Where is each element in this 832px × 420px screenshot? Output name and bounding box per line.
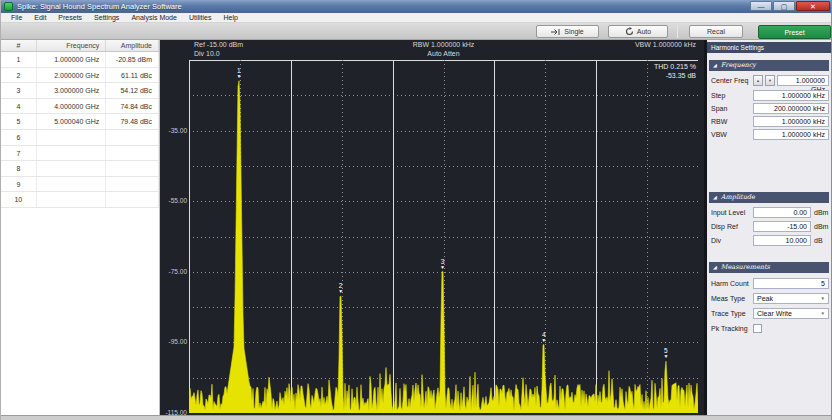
cell-frequency: 1.000000 GHz: [37, 52, 107, 67]
table-row[interactable]: 33.000000 GHz54.12 dBc: [1, 83, 159, 99]
meas-type-select[interactable]: Peak ▼: [753, 293, 829, 304]
preset-label: Preset: [784, 27, 804, 38]
center-freq-input[interactable]: 1.000000 GHz: [777, 75, 829, 86]
status-bar: [1, 415, 832, 420]
y-axis-label: -75.00: [160, 268, 187, 275]
minimize-button[interactable]: —: [750, 1, 772, 11]
table-row[interactable]: 55.000040 GHz79.48 dBc: [1, 114, 159, 130]
table-row[interactable]: 7: [1, 146, 159, 162]
amplitude-section-header[interactable]: ◢Amplitude: [709, 192, 829, 203]
y-axis-label: -35.00: [160, 127, 187, 134]
frequency-section-header[interactable]: ◢Frequency: [709, 60, 829, 71]
cell-num: 5: [1, 114, 37, 129]
cell-num: 3: [1, 83, 37, 98]
spectrum-trace: [189, 81, 698, 413]
marker-2[interactable]: 2▼: [334, 282, 348, 294]
disp-ref-label: Disp Ref: [711, 223, 751, 230]
table-row[interactable]: 6: [1, 130, 159, 146]
table-row[interactable]: 10: [1, 192, 159, 208]
marker-3[interactable]: 3▼: [435, 258, 449, 270]
cell-amplitude: [106, 192, 159, 207]
cell-num: 10: [1, 192, 37, 207]
recal-button[interactable]: Recal: [689, 25, 743, 38]
marker-4[interactable]: 4▼: [537, 331, 551, 343]
table-row[interactable]: 9: [1, 177, 159, 193]
menu-item-file[interactable]: File: [5, 13, 28, 23]
spinner-down-button[interactable]: ▼: [765, 75, 775, 86]
close-button[interactable]: ✕: [796, 1, 830, 11]
cell-num: 7: [1, 146, 37, 161]
graticule[interactable]: 1▼2▼3▼4▼5▼: [189, 60, 698, 413]
app-window: Spike: Signal Hound Spectrum Analyzer So…: [0, 0, 832, 420]
span-input[interactable]: 200.000000 kHz: [753, 103, 829, 114]
cell-amplitude: [106, 146, 159, 161]
spinner-up-button[interactable]: ▲: [753, 75, 763, 86]
menu-item-presets[interactable]: Presets: [52, 13, 88, 23]
cell-amplitude: [106, 130, 159, 145]
cell-frequency: [37, 177, 107, 192]
cell-amplitude: 74.84 dBc: [106, 99, 159, 114]
cell-frequency: [37, 130, 107, 145]
maximize-button[interactable]: ▢: [773, 1, 795, 11]
cell-amplitude: 79.48 dBc: [106, 114, 159, 129]
vbw-text: VBW 1.000000 kHz: [635, 41, 696, 50]
table-row[interactable]: 44.000000 GHz74.84 dBc: [1, 99, 159, 115]
plot-svg: [189, 60, 698, 413]
pk-tracking-checkbox[interactable]: [753, 324, 762, 333]
harm-count-input[interactable]: 5: [753, 278, 829, 289]
menu-item-analysis-mode[interactable]: Analysis Mode: [125, 13, 183, 23]
menu-item-edit[interactable]: Edit: [28, 13, 52, 23]
rbw-input[interactable]: 1.000000 kHz: [753, 116, 829, 127]
measurements-section-header[interactable]: ◢Measurements: [709, 262, 829, 273]
single-sweep-button[interactable]: Single: [536, 25, 599, 38]
rbw-text: RBW 1.000000 kHz: [189, 41, 698, 50]
auto-sweep-button[interactable]: Auto: [608, 25, 668, 38]
cell-num: 6: [1, 130, 37, 145]
cell-frequency: [37, 192, 107, 207]
marker-arrow-icon: ▼: [537, 338, 551, 343]
field-row-step: Step1.000000 kHz: [707, 89, 832, 102]
cell-amplitude: 61.11 dBc: [106, 68, 159, 83]
chevron-down-icon: ▼: [821, 296, 825, 301]
center-freq-label: Center Freq: [711, 77, 751, 84]
collapse-icon: ◢: [713, 194, 717, 200]
step-input[interactable]: 1.000000 kHz: [753, 90, 829, 101]
marker-1[interactable]: 1▼: [232, 67, 246, 79]
menu-item-help[interactable]: Help: [217, 13, 243, 23]
harmonics-table-body: 11.000000 GHz-20.85 dBm22.000000 GHz61.1…: [1, 52, 159, 208]
table-row[interactable]: 11.000000 GHz-20.85 dBm: [1, 52, 159, 68]
single-sweep-label: Single: [564, 26, 583, 37]
step-label: Step: [711, 92, 751, 99]
collapse-icon: ◢: [713, 62, 717, 68]
harmonics-table-header: #FrequencyAmplitude: [1, 40, 159, 52]
measurements-section-label: Measurements: [721, 263, 770, 271]
collapse-icon: ◢: [713, 264, 717, 270]
marker-5[interactable]: 5▼: [659, 347, 673, 359]
trace-type-label: Trace Type: [711, 310, 751, 317]
field-row-input-level: Input Level0.00dBm: [707, 206, 832, 219]
toolbar: Single Auto Recal Preset: [1, 23, 832, 40]
title-bar[interactable]: Spike: Signal Hound Spectrum Analyzer So…: [1, 0, 832, 13]
spectrum-plot-panel[interactable]: Ref -15.00 dBm Div 10.0 RBW 1.000000 kHz…: [160, 40, 704, 415]
div-input[interactable]: 10.000: [753, 235, 811, 246]
rbw-annotation: RBW 1.000000 kHz Auto Atten: [189, 41, 698, 58]
trace-type-select[interactable]: Clear Write ▼: [753, 308, 829, 319]
menu-item-settings[interactable]: Settings: [88, 13, 125, 23]
disp-ref-input[interactable]: -15.00: [753, 221, 811, 232]
span-label: Span: [711, 105, 751, 112]
preset-button[interactable]: Preset: [758, 25, 831, 39]
marker-arrow-icon: ▼: [232, 74, 246, 79]
table-row[interactable]: 8: [1, 161, 159, 177]
menu-item-utilities[interactable]: Utilities: [183, 13, 218, 23]
cell-amplitude: -20.85 dBm: [106, 52, 159, 67]
table-row[interactable]: 22.000000 GHz61.11 dBc: [1, 68, 159, 84]
input-level-input[interactable]: 0.00: [753, 207, 811, 218]
cell-amplitude: [106, 177, 159, 192]
auto-sweep-icon: [625, 27, 634, 36]
field-row-rbw: RBW1.000000 kHz: [707, 115, 832, 128]
cell-num: 2: [1, 68, 37, 83]
cell-frequency: [37, 161, 107, 176]
vbw-input[interactable]: 1.000000 kHz: [753, 129, 829, 140]
harmonic-settings-panel: Harmonic Settings ◢Frequency Center Freq…: [707, 40, 832, 415]
recal-label: Recal: [707, 26, 725, 37]
